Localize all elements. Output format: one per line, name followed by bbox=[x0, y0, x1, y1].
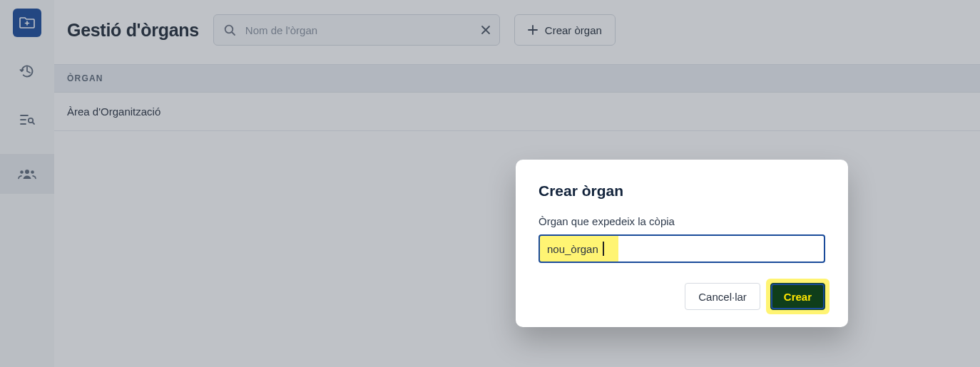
submit-button-highlight: Crear bbox=[770, 283, 825, 310]
organ-name-input[interactable] bbox=[539, 234, 825, 263]
dialog-title: Crear òrgan bbox=[539, 182, 825, 200]
cancel-button-label: Cancel·lar bbox=[698, 291, 747, 303]
organ-name-input-wrap bbox=[539, 234, 825, 263]
cancel-button[interactable]: Cancel·lar bbox=[685, 283, 760, 310]
organ-name-label: Òrgan que expedeix la còpia bbox=[539, 215, 825, 227]
create-organ-dialog: Crear òrgan Òrgan que expedeix la còpia … bbox=[516, 160, 848, 327]
submit-button[interactable]: Crear bbox=[770, 283, 825, 310]
text-caret bbox=[603, 242, 604, 256]
submit-button-label: Crear bbox=[784, 291, 812, 303]
dialog-actions: Cancel·lar Crear bbox=[539, 283, 825, 310]
